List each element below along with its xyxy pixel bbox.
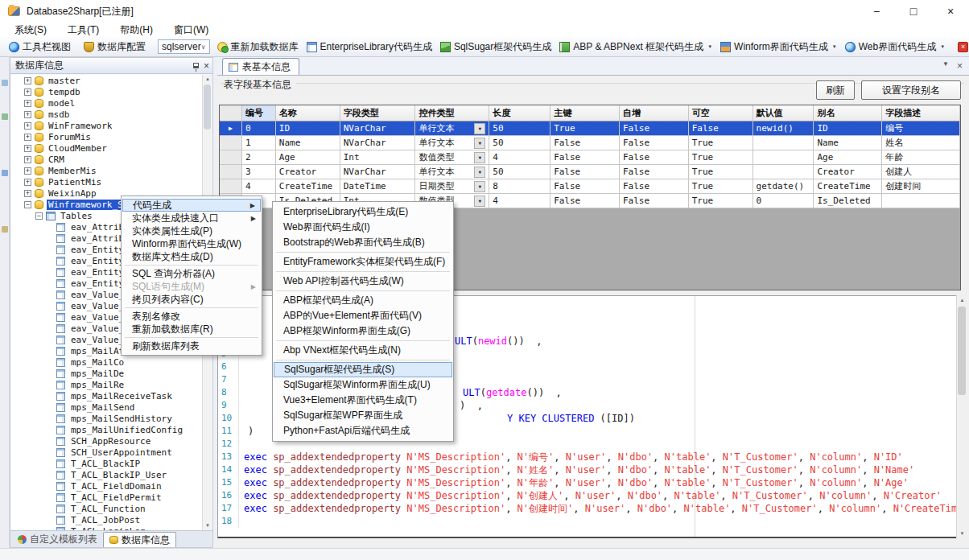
grid-cell[interactable]: ID [276,121,340,136]
grid-cell[interactable]: True [689,165,753,179]
grid-cell[interactable]: 50 [489,121,550,136]
menubar-item-1[interactable]: 工具(T) [68,23,99,37]
expand-icon[interactable]: + [24,190,31,197]
toolbar-button-enterpriselibrary-codegen[interactable]: EnterpriseLibrary代码生成 [303,39,436,56]
submenu-item-SqlSugar框架WPF界面生成[interactable]: SqlSugar框架WPF界面生成 [274,408,452,423]
combo-dropdown-icon[interactable]: ▼ [474,138,485,149]
context-menu-item-实体类属性生成(P)[interactable]: 实体类属性生成(P) [122,224,261,237]
grid-row-3[interactable]: 3CreatorNVarChar单行文本▼50FalseFalseTrueCre… [220,165,960,179]
tree-node-PatientMis[interactable]: +PatientMis [11,176,202,187]
grid-column-header-长度[interactable]: 长度 [489,105,550,121]
expand-icon[interactable]: + [24,167,31,175]
toolbar-button-reload-database[interactable]: 重新加载数据库 [213,39,303,56]
grid-cell[interactable]: 2 [242,150,276,165]
submenu-item-SqlSugar框架Winform界面生成(U)[interactable]: SqlSugar框架Winform界面生成(U) [274,377,452,393]
grid-cell[interactable] [753,150,814,165]
tree-node-WinFramework[interactable]: +WinFramework [11,120,202,131]
menubar-item-3[interactable]: 窗口(W) [174,23,208,37]
grid-cell[interactable]: 8 [489,179,550,194]
combo-dropdown-icon[interactable]: ▼ [474,123,485,134]
grid-column-header-主键[interactable]: 主键 [550,105,620,121]
grid-cell[interactable]: True [550,121,620,136]
grid-cell[interactable]: 50 [489,136,550,150]
submenu-item-ABP框架代码生成(A)[interactable]: ABP框架代码生成(A) [274,293,452,308]
toolbar-button-winform-ui-codegen[interactable]: Winform界面代码生成▼ [716,39,841,56]
control-type-combo[interactable]: 日期类型▼ [415,179,489,194]
grid-row-0[interactable]: ▶0IDNVarChar单行文本▼50TrueFalseFalsenewid()… [220,121,960,136]
context-menu-item-实体类生成快速入口[interactable]: 实体类生成快速入口▶ [122,212,261,224]
panel-close-icon[interactable]: × [204,60,209,72]
minimize-button[interactable]: − [858,0,895,23]
grid-cell[interactable]: Name [814,136,882,150]
grid-cell[interactable]: 创建人 [882,165,960,179]
control-type-combo[interactable]: 单行文本▼ [415,136,489,150]
tree-node-MemberMis[interactable]: +MemberMis [11,165,202,176]
row-selector-cell[interactable] [220,136,242,150]
grid-cell[interactable]: 3 [242,165,276,179]
grid-cell[interactable]: 50 [489,165,550,179]
combo-dropdown-icon[interactable]: ▼ [474,152,485,163]
grid-cell[interactable]: Creator [276,165,340,179]
expand-icon[interactable]: + [24,122,31,130]
grid-cell[interactable]: False [550,165,620,179]
tree-node-mps_MailUnifiedConfig[interactable]: mps_MailUnifiedConfig [11,424,202,435]
tree-node-T_ACL_FieldPermit[interactable]: T_ACL_FieldPermit [11,492,202,503]
scroll-down-icon[interactable]: ▼ [957,529,967,538]
grid-cell[interactable]: NVarChar [340,136,416,150]
db-type-combo[interactable]: sqlserver∨ [158,39,210,54]
grid-cell[interactable]: 1 [242,136,276,150]
tree-node-mps_MailSend[interactable]: mps_MailSend [11,401,202,413]
scrollbar-thumb[interactable] [204,84,211,130]
grid-cell[interactable]: False [620,150,689,165]
grid-cell[interactable]: True [689,179,753,194]
grid-cell[interactable]: getdate() [753,179,814,194]
expand-icon[interactable]: + [24,145,31,152]
submenu-item-Python+FastApi后端代码生成[interactable]: Python+FastApi后端代码生成 [274,423,452,439]
toolbar-button-web-ui-codegen[interactable]: Web界面代码生成▼ [841,39,949,56]
tree-node-model[interactable]: +model [11,97,202,109]
grid-cell[interactable] [882,194,960,208]
context-menu-item-表别名修改[interactable]: 表别名修改 [122,310,261,323]
context-menu-item-拷贝列表内容(C)[interactable]: 拷贝列表内容(C) [122,293,261,306]
grid-cell[interactable]: CreateTime [276,179,340,194]
tree-node-mps_MailSendHistory[interactable]: mps_MailSendHistory [11,413,202,424]
tree-node-msdb[interactable]: +msdb [11,109,202,120]
grid-column-header-字段类型[interactable]: 字段类型 [340,105,416,121]
grid-cell[interactable]: False [550,150,620,165]
scroll-up-icon[interactable]: ▲ [203,75,212,84]
menubar-item-2[interactable]: 帮助(H) [120,23,153,37]
grid-cell[interactable]: Creator [814,165,882,179]
grid-cell[interactable]: 0 [242,121,276,136]
grid-cell[interactable]: Age [814,150,882,165]
grid-cell[interactable]: False [620,121,689,136]
tree-node-T_ACL_BlackIP_User[interactable]: T_ACL_BlackIP_User [11,469,202,480]
scroll-down-icon[interactable]: ▼ [203,521,212,530]
grid-cell[interactable]: 编号 [882,121,960,136]
expand-icon[interactable]: + [24,134,31,141]
submenu-item-EnterpriseLibrary代码生成(E)[interactable]: EnterpriseLibrary代码生成(E) [274,204,452,220]
tree-node-ForumMis[interactable]: +ForumMis [11,131,202,142]
context-menu-item-数据库文档生成(D)[interactable]: 数据库文档生成(D) [122,250,261,263]
grid-cell[interactable]: 0 [753,194,814,208]
collapse-icon[interactable]: − [35,212,43,220]
grid-cell[interactable]: False [550,136,620,150]
scroll-up-icon[interactable]: ▲ [957,295,967,305]
close-button[interactable]: × [932,0,969,23]
tab-list-dropdown-icon[interactable]: ▼ [942,60,949,72]
grid-column-header-控件类型[interactable]: 控件类型 [415,105,489,121]
submenu-item-ABP的Vue+Element界面代码(V)[interactable]: ABP的Vue+Element界面代码(V) [274,308,452,323]
submenu-item-EntityFramework实体框架代码生成(F)[interactable]: EntityFramework实体框架代码生成(F) [274,254,452,270]
panel-tab-自定义模板列表[interactable]: 自定义模板列表 [12,532,103,547]
tree-node-mps_MailDe[interactable]: mps_MailDe [11,368,202,379]
row-selector-cell[interactable]: ▶ [220,121,242,136]
tree-node-SCH_UserAppointment[interactable]: SCH_UserAppointment [11,447,202,458]
grid-column-header-默认值[interactable]: 默认值 [753,105,814,121]
context-menu-item-代码生成[interactable]: 代码生成▶ [122,199,261,212]
submenu-item-Vue3+Element界面代码生成(T)[interactable]: Vue3+Element界面代码生成(T) [274,393,452,408]
menubar-item-0[interactable]: 系统(S) [14,23,47,37]
tree-node-T_ACL_Function[interactable]: T_ACL_Function [11,503,202,514]
grid-cell[interactable]: CreateTime [814,179,882,194]
refresh-button[interactable]: 刷新 [816,80,855,100]
tree-node-master[interactable]: +master [11,75,202,86]
grid-cell[interactable]: False [689,121,753,136]
